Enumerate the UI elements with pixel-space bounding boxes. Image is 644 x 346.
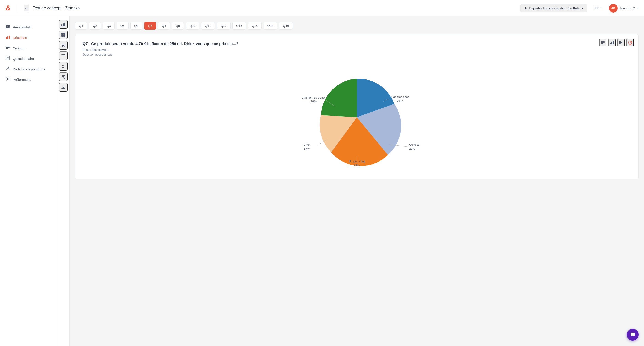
svg-rect-20 (64, 33, 65, 34)
tab-Q16[interactable]: Q16 (279, 22, 293, 30)
svg-rect-7 (6, 46, 10, 46)
questionnaire-icon (6, 56, 10, 61)
svg-rect-21 (62, 35, 63, 37)
sidebar-item-questionnaire[interactable]: Questionnaire (0, 53, 57, 64)
sidebar-label-preferences: Préférences (13, 78, 31, 82)
pct-pas-tres-cher: 21% (397, 99, 403, 102)
svg-rect-6 (9, 36, 10, 39)
view-hbar-btn[interactable] (618, 39, 625, 46)
croiseur-icon (6, 46, 10, 50)
svg-rect-29 (612, 42, 612, 44)
sidebar-item-recap[interactable]: Récapitulatif (0, 22, 57, 32)
toolbar-btn-sort[interactable] (59, 41, 68, 50)
tab-Q9[interactable]: Q9 (172, 22, 184, 30)
back-button[interactable]: ← (24, 5, 29, 11)
view-bar-btn[interactable] (608, 39, 616, 46)
svg-rect-13 (7, 59, 8, 59)
sidebar-item-preferences[interactable]: Préférences (0, 74, 57, 85)
lang-chevron-icon: ▾ (600, 6, 602, 10)
svg-rect-0 (6, 25, 8, 26)
export-button[interactable]: ⬇ Exporter l'ensemble des résultats ▾ (520, 4, 587, 12)
tab-Q10[interactable]: Q10 (186, 22, 199, 30)
user-chevron-icon: ▾ (637, 6, 638, 10)
svg-rect-5 (7, 36, 8, 39)
svg-rect-9 (6, 48, 8, 49)
tabs-bar: Q1 Q2 Q3 Q4 Q6 Q7 Q8 Q9 Q10 Q11 Q12 Q13 … (75, 22, 638, 30)
question-scope: Question posée à tous (82, 52, 631, 57)
label-cher: Cher (304, 143, 310, 146)
svg-rect-22 (64, 35, 65, 37)
pct-correct: 22% (409, 147, 415, 150)
tab-Q2[interactable]: Q2 (89, 22, 101, 30)
svg-point-14 (7, 67, 9, 69)
toolbar-btn-filter[interactable] (59, 52, 68, 60)
resultats-icon (6, 35, 10, 40)
pct-vraiment-cher: 19% (310, 100, 316, 103)
preferences-icon (6, 77, 10, 82)
username-label: Jennifer C (620, 6, 635, 10)
tab-Q13[interactable]: Q13 (232, 22, 246, 30)
svg-rect-12 (7, 58, 9, 58)
toolbar-btn-grid[interactable] (59, 30, 68, 39)
chart-view-toggle (599, 39, 634, 46)
svg-rect-26 (601, 42, 605, 43)
label-pas-tres-cher: Pas très cher (392, 95, 409, 98)
svg-point-15 (7, 78, 8, 80)
view-list-btn[interactable] (599, 39, 606, 46)
recap-icon (6, 24, 10, 30)
tab-Q11[interactable]: Q11 (201, 22, 215, 30)
avatar: JC (609, 4, 618, 12)
tab-Q7[interactable]: Q7 (144, 22, 156, 30)
svg-rect-32 (619, 42, 622, 43)
question-title: Q7 - Ce produit serait vendu 4,70 € le f… (82, 42, 631, 46)
tab-Q15[interactable]: Q15 (264, 22, 277, 30)
sidebar-label-croiseur: Croiseur (13, 46, 26, 50)
chat-bubble[interactable] (627, 329, 638, 340)
tab-Q8[interactable]: Q8 (158, 22, 170, 30)
language-selector[interactable]: FR ▾ (594, 6, 602, 10)
tab-Q4[interactable]: Q4 (116, 22, 128, 30)
toolbar-btn-sigma[interactable]: Σ (59, 62, 68, 70)
pie-chart-container: Pas très cher 21% Correct 22% Un peu che… (82, 62, 631, 172)
svg-rect-18 (64, 22, 65, 26)
lang-label: FR (594, 6, 599, 10)
svg-rect-31 (619, 41, 621, 42)
sidebar-label-profil: Profil des répondants (13, 67, 45, 71)
toolbar-btn-compare[interactable] (59, 72, 68, 81)
header: & ← Test de concept - Zetasko ⬇ Exporter… (0, 0, 644, 16)
user-menu[interactable]: JC Jennifer C ▾ (609, 4, 638, 12)
tab-Q3[interactable]: Q3 (103, 22, 115, 30)
page-title: Test de concept - Zetasko (33, 6, 517, 10)
svg-rect-17 (63, 24, 64, 26)
tab-Q6[interactable]: Q6 (130, 22, 142, 30)
header-divider (18, 4, 18, 12)
svg-rect-25 (601, 41, 605, 42)
svg-rect-19 (62, 33, 63, 34)
svg-rect-2 (8, 25, 10, 27)
svg-rect-11 (7, 57, 9, 58)
svg-rect-4 (6, 37, 7, 39)
tab-Q14[interactable]: Q14 (248, 22, 262, 30)
pct-un-peu-cher: 21% (354, 164, 360, 167)
label-correct: Correct (409, 143, 419, 146)
sidebar-item-profil[interactable]: Profil des répondants (0, 64, 57, 74)
sidebar-label-questionnaire: Questionnaire (13, 57, 34, 60)
view-pie-btn[interactable] (626, 39, 634, 46)
svg-rect-16 (62, 24, 62, 26)
sidebar-item-resultats[interactable]: Résultats (0, 32, 57, 43)
pie-chart-svg: Pas très cher 21% Correct 22% Un peu che… (277, 65, 436, 170)
toolbar-btn-bar[interactable] (59, 20, 68, 29)
main-content: Q1 Q2 Q3 Q4 Q6 Q7 Q8 Q9 Q10 Q11 Q12 Q13 … (70, 16, 644, 346)
question-card: Q7 - Ce produit serait vendu 4,70 € le f… (75, 34, 638, 179)
svg-rect-30 (613, 41, 614, 44)
svg-point-24 (64, 77, 65, 78)
export-icon: ⬇ (524, 6, 527, 10)
logo: & (6, 4, 11, 12)
export-label: Exporter l'ensemble des résultats (529, 6, 579, 10)
tab-Q1[interactable]: Q1 (75, 22, 87, 30)
tab-Q12[interactable]: Q12 (217, 22, 230, 30)
svg-rect-3 (8, 27, 10, 28)
sidebar-item-croiseur[interactable]: Croiseur (0, 43, 57, 53)
toolbar-btn-download[interactable] (59, 83, 68, 92)
sidebar: Récapitulatif Résultats Croiseur Questio… (0, 16, 57, 346)
